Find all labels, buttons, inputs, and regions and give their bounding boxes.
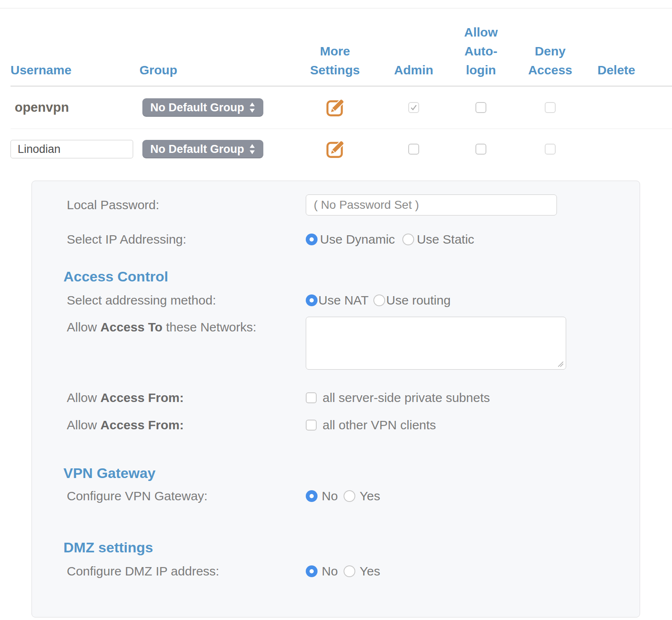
col-header-admin: Admin — [376, 60, 452, 79]
edit-pencil-icon — [325, 139, 346, 160]
access-to-networks-textarea[interactable] — [306, 317, 566, 370]
new-username-input[interactable] — [10, 140, 133, 158]
addressing-method-row: Select addressing method: Use NAT Use ro… — [32, 293, 640, 307]
checkbox-label[interactable]: all other VPN clients — [323, 418, 436, 432]
username-text: openvpn — [15, 100, 69, 115]
radio-use-static[interactable] — [402, 234, 414, 245]
radio-dot — [310, 298, 314, 302]
radio-dot — [310, 494, 314, 498]
label-text-bold: Access From: — [100, 418, 184, 432]
access-control-heading: Access Control — [63, 268, 640, 285]
radio-label-no[interactable]: No — [322, 564, 338, 578]
ip-addressing-label: Select IP Addressing: — [32, 232, 306, 247]
admin-checkbox[interactable] — [408, 102, 419, 113]
radio-vpn-gateway-yes[interactable] — [344, 490, 355, 502]
label-text-bold: Access To — [100, 320, 163, 334]
select-arrows-icon — [249, 102, 255, 113]
username-cell — [10, 140, 139, 158]
deny-cell — [510, 144, 590, 155]
ip-addressing-row: Select IP Addressing: Use Dynamic Use St… — [32, 232, 640, 247]
radio-label-use-nat[interactable]: Use NAT — [318, 293, 368, 307]
select-arrows-icon — [249, 144, 255, 155]
access-to-networks-label: Allow Access To these Networks: — [32, 317, 306, 334]
user-settings-panel: Local Password: Select IP Addressing: Us… — [32, 181, 640, 617]
checkbox-label[interactable]: all server-side private subnets — [323, 391, 490, 405]
header-line: Auto- — [452, 42, 510, 60]
header-line: Access — [510, 60, 590, 79]
access-from-private-subnets-checkbox[interactable] — [306, 392, 317, 403]
access-to-networks-row: Allow Access To these Networks: — [32, 317, 640, 371]
deny-access-checkbox[interactable] — [545, 144, 556, 155]
autologin-cell — [452, 102, 510, 113]
local-password-row: Local Password: — [32, 181, 640, 215]
header-line: More — [294, 42, 376, 60]
vpn-gateway-heading: VPN Gateway — [63, 465, 640, 481]
configure-vpn-gateway-row: Configure VPN Gateway: No Yes — [32, 489, 640, 503]
table-row: No Default Group — [10, 129, 672, 169]
local-password-label: Local Password: — [32, 198, 306, 212]
addressing-method-label: Select addressing method: — [32, 293, 306, 307]
local-password-input[interactable] — [306, 194, 557, 215]
label-text: these Networks: — [163, 320, 256, 334]
more-settings-button[interactable] — [325, 139, 346, 160]
admin-checkbox[interactable] — [408, 144, 419, 155]
username-cell: openvpn — [10, 100, 139, 115]
radio-dmz-no[interactable] — [306, 565, 318, 577]
edit-pencil-icon — [325, 97, 346, 118]
autologin-cell — [452, 144, 510, 155]
col-header-group: Group — [139, 60, 294, 79]
header-line: Settings — [294, 60, 376, 79]
col-header-delete: Delete — [590, 60, 643, 79]
admin-cell — [376, 144, 452, 155]
access-from-label: Allow Access From: — [32, 418, 306, 432]
more-settings-cell — [294, 139, 376, 160]
table-row: openvpn No Default Group — [10, 87, 672, 129]
radio-label-use-dynamic[interactable]: Use Dynamic — [320, 232, 395, 247]
user-permissions-table: Username Group More Settings Admin Allow… — [0, 8, 672, 169]
radio-use-dynamic[interactable] — [306, 234, 318, 245]
radio-use-routing[interactable] — [373, 294, 385, 306]
group-cell: No Default Group — [139, 98, 294, 117]
check-icon — [410, 103, 418, 112]
configure-dmz-row: Configure DMZ IP address: No Yes — [32, 564, 640, 578]
deny-cell — [510, 102, 590, 113]
deny-access-checkbox[interactable] — [545, 102, 556, 113]
col-header-allow-autologin: Allow Auto- login — [452, 23, 510, 79]
radio-label-use-static[interactable]: Use Static — [417, 232, 474, 247]
admin-cell — [376, 102, 452, 113]
col-header-username: Username — [10, 60, 139, 79]
radio-dot — [310, 237, 314, 242]
group-select[interactable]: No Default Group — [142, 140, 263, 158]
header-line: Deny — [510, 42, 590, 60]
label-text-bold: Access From: — [100, 391, 184, 405]
col-header-deny-access: Deny Access — [510, 42, 590, 79]
radio-use-nat[interactable] — [306, 294, 318, 306]
radio-label-use-routing[interactable]: Use routing — [386, 293, 450, 307]
access-from-vpn-clients-checkbox[interactable] — [306, 420, 317, 431]
group-cell: No Default Group — [139, 140, 294, 158]
allow-autologin-checkbox[interactable] — [475, 144, 486, 155]
radio-label-yes[interactable]: Yes — [360, 489, 380, 503]
configure-dmz-label: Configure DMZ IP address: — [32, 564, 306, 578]
label-text: Allow — [67, 320, 100, 334]
radio-dot — [310, 569, 314, 573]
group-select[interactable]: No Default Group — [142, 98, 263, 117]
label-text: Allow — [67, 418, 100, 432]
header-line: login — [452, 60, 510, 79]
access-from-label: Allow Access From: — [32, 391, 306, 405]
table-header-row: Username Group More Settings Admin Allow… — [10, 8, 672, 87]
col-header-more-settings: More Settings — [294, 42, 376, 79]
access-from-row: Allow Access From: all other VPN clients — [32, 418, 640, 432]
radio-label-no[interactable]: No — [322, 489, 338, 503]
group-select-value: No Default Group — [150, 143, 244, 156]
more-settings-cell — [294, 97, 376, 118]
label-text: Allow — [67, 391, 100, 405]
radio-dmz-yes[interactable] — [344, 565, 355, 577]
more-settings-button[interactable] — [325, 97, 346, 118]
radio-vpn-gateway-no[interactable] — [306, 490, 318, 502]
user-permissions-page: Username Group More Settings Admin Allow… — [0, 8, 672, 617]
header-line: Allow — [452, 23, 510, 42]
radio-label-yes[interactable]: Yes — [360, 564, 380, 578]
group-select-value: No Default Group — [150, 101, 244, 114]
allow-autologin-checkbox[interactable] — [475, 102, 486, 113]
